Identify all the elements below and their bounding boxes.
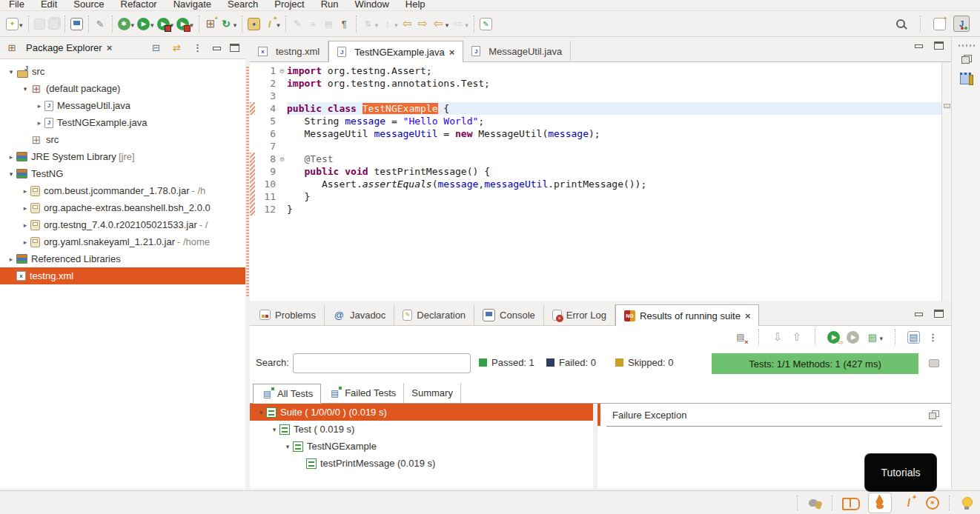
minimize-icon[interactable]: [914, 310, 924, 318]
close-icon[interactable]: [745, 310, 751, 321]
expander-icon[interactable]: [20, 221, 30, 229]
expander-icon[interactable]: [6, 256, 16, 263]
community-icon[interactable]: ✶: [926, 496, 939, 510]
code-line[interactable]: 7: [250, 140, 951, 153]
new-wizard-button[interactable]: ✦: [6, 17, 23, 30]
tree-item[interactable]: src: [0, 63, 245, 80]
subtab-all-tests[interactable]: ▤All Tests: [253, 384, 321, 404]
outline-view-icon[interactable]: [960, 73, 971, 84]
tree-item[interactable]: org.testng_7.4.0.r202105021533.jar - /: [0, 216, 245, 233]
console-view-icon[interactable]: [929, 359, 939, 367]
externalize-button[interactable]: ✎: [291, 18, 304, 30]
expander-icon[interactable]: [6, 153, 16, 161]
run-button[interactable]: ▶: [137, 17, 154, 30]
maximize-icon[interactable]: [934, 41, 944, 50]
collapse-all-icon[interactable]: ⊟: [150, 41, 162, 54]
view-tab-problems[interactable]: Problems: [251, 304, 325, 325]
pin-button[interactable]: ✎: [94, 18, 107, 30]
lightbulb-icon[interactable]: [959, 495, 974, 510]
code-line[interactable]: 10 Assert.assertEquals(message,messageUt…: [250, 178, 951, 190]
menu-edit[interactable]: Edit: [41, 0, 57, 10]
menu-file[interactable]: File: [9, 0, 24, 10]
expander-icon[interactable]: [6, 170, 16, 178]
new-editor-button[interactable]: ✎: [480, 18, 492, 30]
view-tab-error-log[interactable]: Error Log: [544, 304, 615, 325]
clear-results-button[interactable]: ▤: [734, 331, 746, 344]
open-perspective-button[interactable]: [933, 18, 946, 30]
overview-ruler[interactable]: [941, 62, 951, 301]
chevron-down-icon[interactable]: [234, 17, 237, 30]
tutorials-button[interactable]: [868, 493, 892, 513]
tree-item[interactable]: xtestng.xml: [0, 267, 245, 284]
view-dots-icon[interactable]: ⋮: [191, 41, 204, 54]
format-button[interactable]: ≡: [307, 18, 320, 30]
fold-icon[interactable]: ⊖: [277, 153, 287, 165]
chevron-down-icon[interactable]: [19, 17, 23, 30]
view-menu-button[interactable]: ▤: [866, 330, 883, 344]
code-line[interactable]: 12}: [250, 203, 951, 216]
rerun-failed-button[interactable]: ▶: [847, 331, 859, 344]
next-edit-button[interactable]: ⇨: [417, 18, 429, 30]
run-external-button[interactable]: ▶: [176, 17, 193, 30]
code-line[interactable]: 5 String message = "Hello World";: [250, 115, 951, 127]
menu-window[interactable]: Window: [355, 0, 389, 10]
search-button[interactable]: [895, 18, 907, 30]
editor-tab-testng-xml[interactable]: xtestng.xml: [250, 41, 328, 61]
package-explorer-tab[interactable]: ⊞ Package Explorer: [6, 42, 112, 54]
menu-refactor[interactable]: Refactor: [121, 0, 157, 10]
drag-handle-icon[interactable]: [959, 44, 975, 47]
chevron-down-icon[interactable]: [131, 17, 135, 30]
layout-button[interactable]: ▤: [907, 331, 920, 344]
sort-button[interactable]: ⇅: [362, 17, 379, 30]
minimize-icon[interactable]: [914, 41, 924, 50]
code-line[interactable]: 6 MessageUtil messageUtil = new MessageU…: [250, 127, 951, 140]
view-tab-javadoc[interactable]: @Javadoc: [325, 304, 394, 325]
wand-icon[interactable]: /: [901, 495, 916, 510]
editor-tab-testngexample-java[interactable]: JTestNGExample.java: [328, 41, 463, 62]
code-line[interactable]: 11 }: [250, 190, 951, 203]
tree-item[interactable]: ⊞src: [0, 131, 245, 148]
debug-button[interactable]: ✱: [118, 17, 135, 30]
view-tab-results-of-running-suite[interactable]: NGResults of running suite: [615, 304, 759, 326]
result-row[interactable]: Suite ( 1/0/0/0 ) (0.019 s): [250, 404, 593, 421]
code-line[interactable]: 1⊖import org.testng.Assert;: [250, 64, 951, 77]
back-button[interactable]: ⇦: [432, 17, 449, 30]
menu-project[interactable]: Project: [274, 0, 304, 10]
view-tab-console[interactable]: Console: [474, 304, 544, 325]
link-editor-icon[interactable]: ⇄: [170, 41, 183, 54]
writing-hand-icon[interactable]: [807, 495, 822, 510]
menu-dots-button[interactable]: ⋮: [927, 331, 939, 344]
console-button[interactable]: [70, 18, 83, 30]
expander-icon[interactable]: [6, 68, 16, 76]
chevron-down-icon[interactable]: [150, 17, 154, 30]
editor-tab-messageutil-java[interactable]: JMessageUtil.java: [463, 41, 571, 61]
expander-icon[interactable]: [282, 443, 293, 450]
tree-item[interactable]: JRE System Library [jre]: [0, 148, 245, 165]
expander-icon[interactable]: [20, 204, 30, 212]
tree-item[interactable]: org.apache-extras.beanshell.bsh_2.0.0: [0, 199, 245, 216]
expander-icon[interactable]: [269, 426, 279, 433]
result-row[interactable]: TestNGExample: [250, 438, 593, 455]
expander-icon[interactable]: [20, 85, 30, 93]
close-icon[interactable]: [449, 47, 455, 58]
code-editor[interactable]: 1⊖import org.testng.Assert;2import org.t…: [250, 62, 951, 301]
next-annotation-button[interactable]: ▤: [322, 18, 335, 30]
minimize-icon[interactable]: [212, 44, 222, 52]
save-button[interactable]: [34, 19, 45, 30]
code-line[interactable]: 3: [250, 90, 951, 102]
search-input[interactable]: [293, 353, 471, 373]
fold-icon[interactable]: ⊖: [277, 64, 287, 77]
expander-icon[interactable]: [34, 119, 44, 127]
chevron-down-icon[interactable]: [465, 17, 469, 30]
view-tab-declaration[interactable]: ✎Declaration: [394, 304, 474, 325]
restore-view-icon[interactable]: [961, 55, 972, 64]
show-whitespace-button[interactable]: ¶: [338, 18, 351, 30]
new-java-project-button[interactable]: ⊞: [205, 18, 217, 30]
code-line[interactable]: 2import org.testng.annotations.Test;: [250, 77, 951, 90]
menu-run[interactable]: Run: [321, 0, 339, 10]
overview-marker[interactable]: [944, 104, 950, 108]
next-failure-button[interactable]: ⇩: [771, 331, 784, 344]
open-type-button[interactable]: ●: [248, 18, 260, 30]
code-line[interactable]: 4public class TestNGExample {: [250, 102, 951, 115]
java-perspective-button[interactable]: J: [953, 16, 970, 32]
